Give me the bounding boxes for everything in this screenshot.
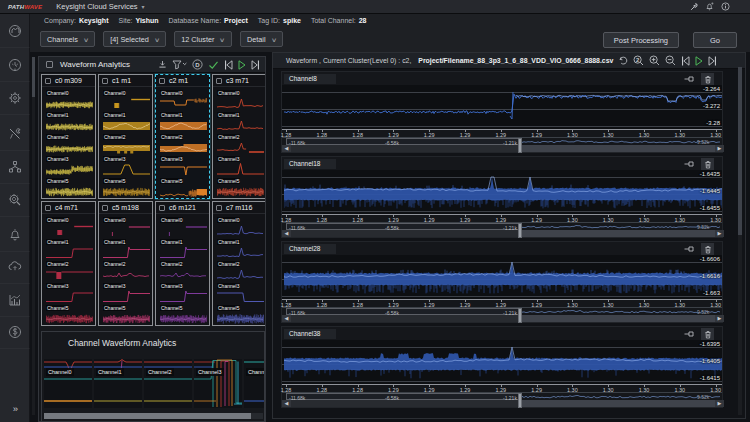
sidebar-expand-button[interactable]: » — [0, 403, 30, 414]
zoom-in-icon[interactable] — [649, 55, 660, 66]
cluster-card-c0[interactable]: c0 m309Channel0Channel1Channel2Channel3C… — [41, 74, 96, 199]
download-icon[interactable] — [158, 60, 167, 69]
chevron-down-icon[interactable]: ▾ — [142, 3, 145, 10]
navigator-drag-handle[interactable] — [518, 138, 522, 153]
channel-thumbnail[interactable]: Channel2 — [217, 134, 264, 154]
cluster-card-c6[interactable]: c6 m121Channel0Channel1Channel2Channel3C… — [155, 201, 210, 326]
sidebar-item-meter-clock[interactable] — [0, 49, 30, 82]
scrollbar-thumb[interactable] — [522, 315, 715, 322]
navigator-drag-handle[interactable] — [518, 223, 522, 238]
cluster-checkbox[interactable] — [216, 205, 222, 211]
cluster-card-c7[interactable]: c7 m116Channel0Channel1Channel2Channel3C… — [212, 201, 266, 326]
cluster-checkbox[interactable] — [216, 78, 222, 84]
channel-thumbnail[interactable]: Channel2 — [103, 134, 150, 154]
channel-thumbnail[interactable]: Channel1 — [217, 112, 264, 132]
info-icon[interactable] — [721, 2, 730, 11]
channel-thumbnail[interactable]: Channel5 — [46, 305, 93, 325]
channel-thumbnail[interactable]: Channel3 — [103, 283, 150, 303]
channel-analytics-thumbnail[interactable]: Channel0 — [44, 359, 92, 408]
channel-analytics-thumbnail[interactable]: Channel5 — [244, 359, 265, 408]
channel-thumbnail[interactable]: Channel1 — [160, 239, 207, 259]
channel-thumbnail[interactable]: Channel2 — [46, 134, 93, 154]
channel-thumbnail[interactable]: Channel5 — [217, 305, 264, 325]
channel-thumbnail[interactable]: Channel2 — [103, 261, 150, 281]
delete-channel-button[interactable] — [701, 158, 714, 170]
channel-analytics-thumbnail[interactable]: Channel3 — [194, 359, 242, 408]
scroll-left-button[interactable]: ◀ — [282, 145, 291, 152]
dropdown-cluster[interactable]: 12 Cluster∨ — [174, 31, 232, 47]
channel-thumbnail[interactable]: Channel5 — [217, 178, 264, 198]
cluster-checkbox[interactable] — [159, 78, 165, 84]
channel-thumbnail[interactable]: Channel3 — [217, 156, 264, 176]
app-title[interactable]: Keysight Cloud Services — [56, 2, 137, 11]
scroll-right-button[interactable]: ▶ — [715, 145, 724, 152]
sidebar-item-inspect-gear[interactable] — [0, 184, 30, 217]
channel-thumbnail[interactable]: Channel2 — [160, 261, 207, 281]
channel-thumbnail[interactable]: Channel1 — [46, 112, 93, 132]
sidebar-item-tools[interactable] — [0, 118, 30, 151]
select-all-checkbox[interactable] — [46, 61, 53, 68]
pin-icon[interactable] — [684, 75, 694, 83]
cluster-checkbox[interactable] — [102, 78, 108, 84]
sidebar-item-analytics-chart[interactable] — [0, 284, 30, 317]
channel-name-chip[interactable]: Channel18 — [284, 159, 336, 169]
channel-thumbnail[interactable]: Channel1 — [160, 112, 207, 132]
delete-channel-button[interactable] — [701, 243, 714, 255]
undo-icon[interactable] — [619, 56, 628, 66]
sidebar-item-workflow-nodes[interactable] — [0, 151, 30, 184]
vertical-scrollbar[interactable] — [738, 67, 742, 415]
channel-name-chip[interactable]: Channel8 — [284, 74, 336, 84]
zoom-history-icon[interactable]: 2 — [633, 55, 644, 66]
cluster-checkbox[interactable] — [159, 205, 165, 211]
scrollbar-thumb[interactable] — [44, 413, 251, 419]
pin-icon[interactable] — [684, 330, 694, 338]
channel-thumbnail[interactable]: Channel5 — [46, 178, 93, 198]
channel-thumbnail[interactable]: Channel0 — [217, 217, 264, 237]
channel-thumbnail[interactable]: Channel0 — [103, 217, 150, 237]
scrollbar-thumb[interactable] — [522, 145, 715, 152]
channel-analytics-thumbnail[interactable]: Channel2 — [144, 359, 192, 408]
channel-analytics-thumbnail[interactable]: Channel1 — [94, 359, 142, 408]
cluster-checkbox[interactable] — [45, 78, 51, 84]
cluster-checkbox[interactable] — [45, 205, 51, 211]
channel-thumbnail[interactable]: Channel1 — [103, 239, 150, 259]
cluster-card-c5[interactable]: c5 m198Channel0Channel1Channel2Channel3C… — [98, 201, 153, 326]
channel-thumbnail[interactable]: Channel2 — [160, 134, 207, 154]
dropdown-selected[interactable]: [4] Selected∨ — [103, 31, 166, 47]
channel-name-chip[interactable]: Channel38 — [284, 329, 336, 339]
overview-navigator[interactable]: -11.68k-6.58k-1.21k9.52k — [282, 392, 722, 400]
sidebar-item-cloud-sync[interactable] — [0, 251, 30, 284]
channel-thumbnail[interactable]: Channel5 — [103, 305, 150, 325]
channel-thumbnail[interactable]: Channel5 — [160, 305, 207, 325]
cluster-card-c4[interactable]: c4 m71Channel0Channel1Channel2Channel3Ch… — [41, 201, 96, 326]
channel-thumbnail[interactable]: Channel3 — [217, 283, 264, 303]
channel-thumbnail[interactable]: Channel0 — [217, 90, 264, 110]
channel-thumbnail[interactable]: Channel0 — [160, 90, 207, 110]
overview-navigator[interactable]: -11.68k-6.58k-1.21k9.52k — [282, 222, 722, 230]
waveform-chart[interactable] — [282, 340, 722, 384]
bell-icon[interactable] — [705, 2, 714, 11]
play-icon[interactable] — [695, 56, 703, 66]
channel-thumbnail[interactable]: Channel0 — [46, 90, 93, 110]
navigator-drag-handle[interactable] — [518, 308, 522, 323]
scroll-right-button[interactable]: ▶ — [715, 315, 724, 322]
scrollbar-thumb[interactable] — [738, 67, 742, 235]
channel-thumbnail[interactable]: Channel0 — [160, 217, 207, 237]
skip-forward-icon[interactable] — [251, 60, 260, 70]
channel-thumbnail[interactable]: Channel1 — [103, 112, 150, 132]
channel-thumbnail[interactable]: Channel3 — [160, 156, 207, 176]
scroll-left-button[interactable]: ◀ — [282, 400, 291, 407]
channel-thumbnail[interactable]: Channel3 — [46, 283, 93, 303]
play-icon[interactable] — [238, 60, 246, 70]
sidebar-item-bell[interactable] — [0, 219, 30, 252]
dropdown-channels[interactable]: Channels∨ — [40, 31, 95, 47]
overview-navigator[interactable]: -11.68k-6.58k-1.21k9.52k — [282, 307, 722, 315]
apply-check-icon[interactable] — [208, 60, 219, 70]
dropdown-detail[interactable]: Detail∨ — [240, 31, 283, 47]
pin-icon[interactable] — [684, 245, 694, 253]
sidebar-item-pathwave-product[interactable] — [0, 15, 30, 48]
scroll-right-button[interactable]: ▶ — [715, 230, 724, 237]
channel-thumbnail[interactable]: Channel5 — [103, 178, 150, 198]
waveform-chart[interactable] — [282, 85, 722, 129]
horizontal-scrollbar[interactable]: ◀▶ — [282, 145, 724, 152]
